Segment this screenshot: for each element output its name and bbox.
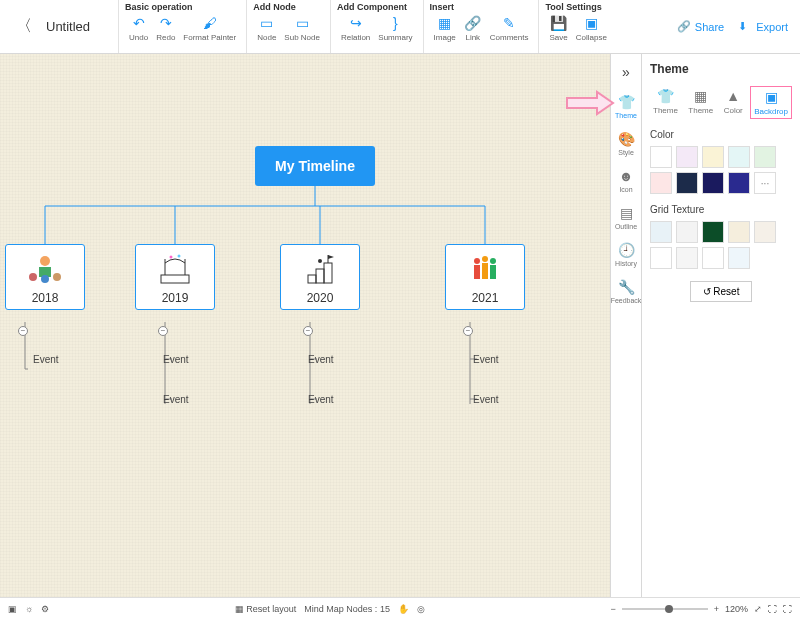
rail-label: Icon [619,186,632,193]
year-node-2021[interactable]: 2021 [445,244,525,310]
year-node-2019[interactable]: 2019 [135,244,215,310]
grid-swatch[interactable] [702,247,724,269]
event-node[interactable]: Event [473,354,499,365]
event-node[interactable]: Event [163,354,189,365]
grid-swatch[interactable] [650,221,672,243]
comments-button[interactable]: ✎Comments [486,14,533,42]
rail-outline[interactable]: ▤Outline [611,199,642,236]
save-icon: 💾 [550,14,568,32]
rail-label: Theme [615,112,637,119]
sub-node-button[interactable]: ▭Sub Node [280,14,324,42]
svg-point-4 [53,273,61,281]
grid-swatch[interactable] [650,247,672,269]
event-node[interactable]: Event [33,354,59,365]
event-node[interactable]: Event [308,394,334,405]
grid-swatch[interactable] [676,247,698,269]
reset-layout-button[interactable]: ▦ Reset layout [235,604,297,614]
year-node-2018[interactable]: 2018 [5,244,85,310]
year-node-2020[interactable]: 2020 [280,244,360,310]
color-swatch[interactable] [728,172,750,194]
mindmap-canvas[interactable]: My Timeline 2018Event2019EventEvent2020E… [0,54,610,597]
grid-swatch[interactable] [702,221,724,243]
redo-label: Redo [156,33,175,42]
collapse-toggle[interactable]: − [18,326,28,336]
expand-icon[interactable]: ⛶ [768,604,777,614]
collapse-icon: ▣ [582,14,600,32]
grid-section-label: Grid Texture [650,204,792,215]
save-button[interactable]: 💾Save [545,14,571,42]
settings-icon[interactable]: ⚙ [41,604,49,614]
top-toolbar: 〈 Untitled Basic operation↶Undo↷Redo🖌For… [0,0,800,54]
undo-icon: ↶ [130,14,148,32]
pointer-tool-icon[interactable]: ◎ [417,604,425,614]
brightness-icon[interactable]: ☼ [25,604,33,614]
icon-icon: ☻ [619,168,634,184]
color-swatch[interactable] [754,146,776,168]
panel-title: Theme [650,62,792,76]
rail-icon[interactable]: ☻Icon [611,162,642,199]
grid-swatch[interactable] [728,247,750,269]
color-swatch[interactable] [650,172,672,194]
zoom-out-button[interactable]: − [610,604,615,614]
collapse-panel-button[interactable]: » [618,60,634,84]
reset-label: Reset [713,286,739,297]
collapse-toggle[interactable]: − [463,326,473,336]
color-swatch[interactable]: ··· [754,172,776,194]
theme-icon: 👕 [618,94,635,110]
color-swatch[interactable] [650,146,672,168]
panel-tab-backdrop[interactable]: ▣Backdrop [750,86,792,119]
event-node[interactable]: Event [473,394,499,405]
year-label: 2018 [32,291,59,305]
sidebar-rail: » 👕Theme🎨Style☻Icon▤Outline🕘History🔧Feed… [610,54,642,597]
format-painter-label: Format Painter [183,33,236,42]
fullscreen-icon[interactable]: ⛶ [783,604,792,614]
export-button[interactable]: ⬇ Export [738,20,788,34]
image-button[interactable]: ▦Image [430,14,460,42]
panel-tab-color[interactable]: ▲Color [721,86,746,119]
link-button[interactable]: 🔗Link [460,14,486,42]
comments-label: Comments [490,33,529,42]
color-swatch[interactable] [676,172,698,194]
event-node[interactable]: Event [308,354,334,365]
hand-tool-icon[interactable]: ✋ [398,604,409,614]
undo-label: Undo [129,33,148,42]
panel-tab-theme[interactable]: 👕Theme [650,86,681,119]
year-illustration-icon [463,251,507,287]
color-swatch[interactable] [702,146,724,168]
back-button[interactable]: 〈 [10,10,38,43]
zoom-in-button[interactable]: + [714,604,719,614]
grid-swatch[interactable] [676,221,698,243]
presentation-icon[interactable]: ▣ [8,604,17,614]
share-button[interactable]: 🔗 Share [677,20,724,34]
year-label: 2019 [162,291,189,305]
color-swatch[interactable] [728,146,750,168]
grid-swatch[interactable] [754,221,776,243]
tab-label: Backdrop [754,107,788,116]
rail-history[interactable]: 🕘History [611,236,642,273]
comments-icon: ✎ [500,14,518,32]
collapse-toggle[interactable]: − [158,326,168,336]
root-node[interactable]: My Timeline [255,146,375,186]
collapse-button[interactable]: ▣Collapse [572,14,611,42]
document-title[interactable]: Untitled [46,19,90,34]
backdrop-icon: ▣ [765,89,778,105]
fit-icon[interactable]: ⤢ [754,604,762,614]
event-node[interactable]: Event [163,394,189,405]
color-swatch[interactable] [702,172,724,194]
reset-button[interactable]: ↺ Reset [690,281,753,302]
grid-swatch[interactable] [728,221,750,243]
rail-style[interactable]: 🎨Style [611,125,642,162]
undo-button[interactable]: ↶Undo [125,14,152,42]
node-button[interactable]: ▭Node [253,14,280,42]
format-painter-button[interactable]: 🖌Format Painter [179,14,240,42]
color-swatch[interactable] [676,146,698,168]
redo-button[interactable]: ↷Redo [152,14,179,42]
relation-button[interactable]: ↪Relation [337,14,374,42]
node-icon: ▭ [258,14,276,32]
zoom-slider[interactable] [622,608,708,610]
summary-button[interactable]: }Summary [374,14,416,42]
panel-tab-theme2[interactable]: ▦Theme [685,86,716,119]
rail-theme[interactable]: 👕Theme [611,88,642,125]
collapse-toggle[interactable]: − [303,326,313,336]
rail-feedback[interactable]: 🔧Feedback [611,273,642,310]
